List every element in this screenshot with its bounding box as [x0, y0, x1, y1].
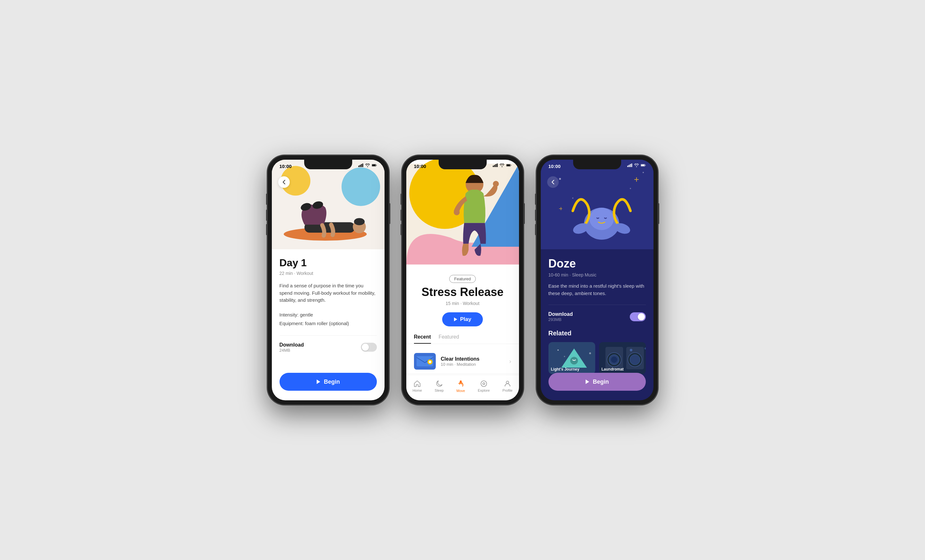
svg-point-53	[589, 208, 614, 230]
svg-point-34	[481, 381, 487, 387]
list-info-0: Clear Intentions 10 min · Meditation	[441, 356, 509, 367]
svg-point-44	[559, 178, 561, 180]
phone2-hero-title: Stress Release	[414, 285, 511, 299]
bottom-nav: Home Sleep Move	[406, 375, 519, 400]
phone1-subtitle: 22 min · Workout	[280, 271, 377, 276]
phone1-download-info: Download 24MB	[280, 342, 304, 353]
svg-rect-40	[631, 164, 632, 167]
status-time-2: 10:00	[414, 164, 426, 169]
nav-sleep-label: Sleep	[435, 389, 444, 392]
svg-point-29	[429, 360, 431, 363]
status-icons-3	[627, 164, 646, 167]
sleep-icon	[436, 380, 443, 387]
svg-rect-18	[497, 164, 497, 167]
phone-2: 10:00	[402, 155, 523, 405]
explore-icon	[480, 380, 487, 387]
phone3-download-row: Download 293MB	[548, 311, 646, 322]
phone1-intensity: Intensity: gentle	[280, 311, 377, 319]
related-grid: Light's Journey	[548, 342, 646, 374]
related-card-1[interactable]: Laundromat	[599, 342, 646, 374]
tab-recent[interactable]: Recent	[414, 334, 431, 344]
wifi-icon-3	[634, 164, 639, 167]
status-icons-1	[358, 164, 377, 167]
featured-badge: Featured	[449, 275, 476, 283]
phone1-begin-button[interactable]: Begin	[280, 373, 377, 391]
phone-3: 10:00	[536, 155, 658, 405]
battery-icon	[372, 164, 377, 167]
svg-rect-5	[372, 165, 375, 166]
nav-home-label: Home	[413, 389, 422, 392]
phone1-content: Day 1 22 min · Workout Find a sense of p…	[272, 249, 384, 384]
svg-point-69	[630, 354, 640, 365]
svg-point-35	[483, 383, 485, 384]
list-item-0[interactable]: Clear Intentions 10 min · Meditation ›	[406, 349, 519, 374]
svg-point-59	[557, 350, 559, 351]
back-button-3[interactable]	[547, 176, 559, 188]
svg-rect-16	[494, 165, 495, 167]
list-item-0-subtitle: 10 min · Meditation	[441, 362, 509, 367]
phone1-divider	[280, 335, 377, 336]
phone3-subtitle: 10-60 min · Sleep Music	[548, 272, 646, 278]
svg-point-70	[630, 349, 632, 351]
phone1-meta: Intensity: gentle Equipment: foam roller…	[280, 311, 377, 328]
related-card-0[interactable]: Light's Journey	[548, 342, 595, 374]
phone3-download-toggle[interactable]	[630, 312, 646, 321]
phone1-download-size: 24MB	[280, 348, 304, 353]
nav-sleep[interactable]: Sleep	[435, 380, 444, 392]
status-time-1: 10:00	[280, 164, 292, 169]
play-button[interactable]: Play	[442, 312, 483, 326]
svg-rect-1	[360, 165, 360, 167]
svg-rect-20	[506, 165, 510, 166]
phone3-begin-button[interactable]: Begin	[548, 373, 646, 391]
related-card-1-label: Laundromat	[602, 367, 624, 371]
list-item-0-title: Clear Intentions	[441, 356, 509, 362]
svg-point-66	[611, 356, 617, 363]
nav-profile-label: Profile	[502, 389, 512, 392]
nav-profile[interactable]: Profile	[502, 380, 512, 392]
tab-featured[interactable]: Featured	[438, 334, 459, 344]
svg-point-36	[506, 381, 509, 384]
svg-rect-38	[628, 165, 630, 167]
phone-1: 10:00	[267, 155, 389, 405]
svg-rect-2	[361, 164, 362, 167]
svg-point-25	[493, 181, 499, 187]
svg-rect-17	[495, 164, 496, 167]
list-thumb-0	[414, 353, 436, 369]
nav-explore-label: Explore	[478, 389, 490, 392]
phone2-hero	[406, 160, 519, 269]
signal-icon	[358, 164, 363, 167]
phone2-tabs: Recent Featured	[406, 334, 519, 344]
phone3-related-title: Related	[548, 330, 646, 337]
svg-rect-0	[358, 165, 359, 167]
svg-rect-39	[630, 164, 631, 167]
back-button-1[interactable]	[278, 176, 290, 188]
move-icon	[457, 380, 465, 387]
phone3-divider	[548, 305, 646, 305]
list-chevron-0: ›	[509, 358, 511, 365]
notch-3	[573, 160, 621, 169]
battery-icon-3	[641, 164, 646, 167]
phone3-title: Doze	[548, 257, 646, 270]
phones-container: 10:00	[267, 155, 658, 405]
nav-explore[interactable]: Explore	[478, 380, 490, 392]
svg-rect-51	[559, 208, 562, 209]
phone3-download-label: Download	[548, 311, 573, 317]
svg-rect-49	[634, 179, 639, 180]
svg-point-46	[630, 188, 631, 189]
phone2-content: Featured Stress Release 15 min · Workout…	[406, 269, 519, 334]
phone2-hero-subtitle: 15 min · Workout	[414, 301, 511, 306]
profile-icon	[504, 380, 511, 387]
phone3-description: Ease the mind into a restful night's sle…	[548, 282, 646, 297]
signal-icon-3	[627, 164, 632, 167]
notch-1	[304, 160, 352, 169]
signal-icon-2	[493, 164, 498, 167]
related-card-0-label: Light's Journey	[551, 367, 580, 371]
nav-move[interactable]: Move	[456, 380, 465, 393]
phone1-download-toggle[interactable]	[361, 343, 377, 352]
nav-home[interactable]: Home	[413, 380, 422, 392]
wifi-icon	[365, 164, 370, 167]
phone3-download-info: Download 293MB	[548, 311, 573, 322]
phone1-download-label: Download	[280, 342, 304, 348]
status-time-3: 10:00	[548, 164, 560, 169]
phone1-title: Day 1	[280, 257, 377, 269]
